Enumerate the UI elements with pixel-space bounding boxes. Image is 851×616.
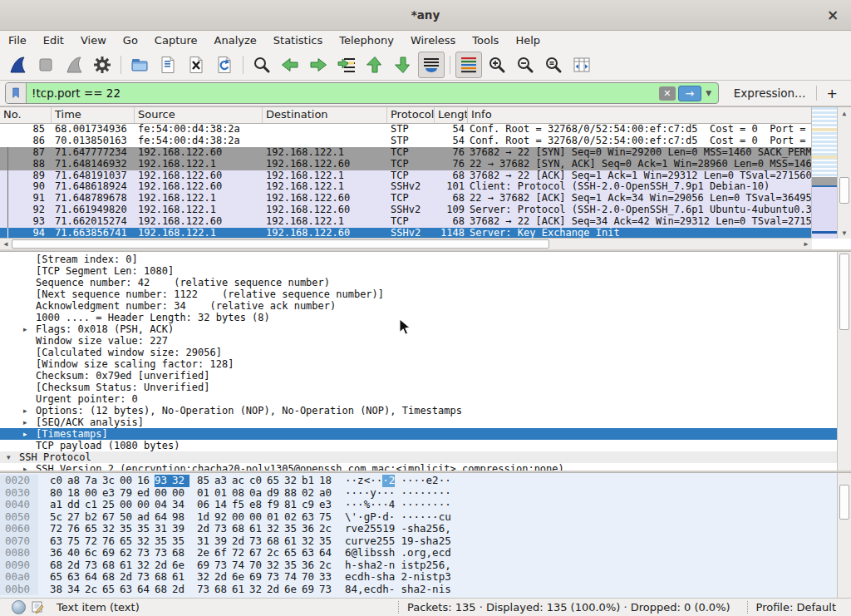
- detail-line[interactable]: Checksum: 0x79ed [unverified]: [0, 370, 838, 382]
- hex-row[interactable]: 0070637572766532353531392d7368613235curv…: [0, 535, 838, 548]
- hex-row[interactable]: 00b038342c656364682d736861322d6e697384,e…: [0, 584, 838, 596]
- column-header-proto[interactable]: Protocol: [387, 107, 435, 123]
- colorize-packets-button[interactable]: [455, 52, 482, 78]
- packet-row[interactable]: 9071.648618924192.168.122.60192.168.122.…: [0, 181, 812, 193]
- packet-list-minimap[interactable]: [811, 107, 838, 239]
- menu-statistics[interactable]: Statistics: [265, 32, 331, 48]
- zoom-original-button[interactable]: [540, 52, 567, 78]
- detail-line[interactable]: TCP payload (1080 bytes): [0, 440, 838, 451]
- zoom-out-button[interactable]: [512, 52, 539, 78]
- detail-line[interactable]: [Stream index: 0]: [0, 254, 838, 265]
- expander-expanded-icon[interactable]: ▾: [7, 451, 19, 463]
- detail-line[interactable]: [Calculated window size: 29056]: [0, 347, 838, 358]
- hex-row[interactable]: 008036406c69627373682e6f72672c6563646@li…: [0, 547, 838, 559]
- menu-wireless[interactable]: Wireless: [402, 32, 464, 48]
- expander-collapsed-icon[interactable]: ▸: [23, 428, 36, 440]
- stop-capture-button[interactable]: [32, 52, 59, 78]
- detail-line[interactable]: ▸SSH Version 2 (encryption:chacha20-poly…: [0, 463, 838, 471]
- detail-line[interactable]: ▸Options: (12 bytes), No-Operation (NOP)…: [0, 405, 838, 416]
- packet-list-vscroll-thumb[interactable]: [839, 177, 849, 204]
- detail-line[interactable]: [Next sequence number: 1122 (relative se…: [0, 288, 838, 300]
- column-header-src[interactable]: Source: [135, 107, 263, 123]
- zoom-in-button[interactable]: [484, 52, 510, 78]
- menu-telephony[interactable]: Telephony: [331, 32, 402, 48]
- menu-file[interactable]: File: [0, 32, 35, 48]
- packet-list-vscrollbar[interactable]: ▲ ▼: [837, 107, 851, 239]
- detail-line[interactable]: ▸Flags: 0x018 (PSH, ACK): [0, 323, 838, 335]
- packet-row[interactable]: 9371.662015274192.168.122.60192.168.122.…: [0, 216, 812, 228]
- filter-apply-button[interactable]: →: [678, 86, 701, 101]
- packet-row[interactable]: 8670.013850163fe:54:00:d4:38:2aSTP54Conf…: [0, 136, 812, 147]
- filter-bookmark-button[interactable]: [6, 83, 27, 103]
- detail-line[interactable]: 1000 .... = Header Length: 32 bytes (8): [0, 312, 838, 323]
- open-capture-file-button[interactable]: [126, 52, 153, 78]
- menu-help[interactable]: Help: [507, 32, 548, 48]
- detail-line[interactable]: Acknowledgment number: 34 (relative ack …: [0, 300, 838, 312]
- packet-row[interactable]: 9171.648789678192.168.122.1192.168.122.6…: [0, 193, 812, 205]
- capture-options-button[interactable]: [89, 52, 116, 78]
- packet-list-hscrollbar[interactable]: ◀ ▶: [0, 238, 812, 249]
- reload-capture-file-button[interactable]: [211, 52, 238, 78]
- detail-line[interactable]: ▾SSH Protocol: [0, 451, 838, 463]
- packet-list-hscroll-thumb[interactable]: [12, 239, 549, 249]
- packet-row[interactable]: 8568.001734936fe:54:00:d4:38:2aSTP54Conf…: [0, 124, 812, 136]
- display-filter-input[interactable]: !tcp.port == 22: [27, 86, 659, 100]
- hex-row[interactable]: 0030801800e379ed00000101080ad98802a0····…: [0, 487, 838, 500]
- status-profile[interactable]: Profile: Default: [747, 601, 844, 614]
- go-last-packet-button[interactable]: [390, 52, 416, 78]
- hex-row[interactable]: 0090682d736861322d6e697374703235362ch-sh…: [0, 559, 838, 572]
- detail-line[interactable]: ▸[Timestamps]: [0, 428, 838, 440]
- filter-dropdown-button[interactable]: ▼: [703, 86, 715, 101]
- capture-comment-icon[interactable]: [31, 600, 45, 614]
- detail-line[interactable]: [Window size scaling factor: 128]: [0, 358, 838, 370]
- detail-line[interactable]: Window size value: 227: [0, 335, 838, 347]
- expert-info-icon[interactable]: [12, 600, 26, 614]
- scroll-down-icon[interactable]: ▼: [838, 227, 851, 239]
- column-header-time[interactable]: Time: [52, 107, 135, 123]
- scroll-up-icon[interactable]: ▲: [838, 107, 851, 119]
- packet-row[interactable]: 8871.648146932192.168.122.1192.168.122.6…: [0, 159, 812, 170]
- go-to-packet-button[interactable]: [333, 52, 360, 78]
- hex-row[interactable]: 00505c27b26750ad64981d92000001026375\'·g…: [0, 511, 838, 524]
- expander-collapsed-icon[interactable]: ▸: [23, 463, 36, 471]
- column-header-dst[interactable]: Destination: [263, 107, 387, 123]
- details-vscrollbar[interactable]: [837, 252, 851, 471]
- detail-line[interactable]: ▸[SEQ/ACK analysis]: [0, 416, 838, 428]
- menu-edit[interactable]: Edit: [35, 32, 72, 48]
- packet-row[interactable]: 9271.661949820192.168.122.1192.168.122.6…: [0, 205, 812, 216]
- packet-row[interactable]: 8771.647777234192.168.122.60192.168.122.…: [0, 147, 812, 159]
- save-capture-file-button[interactable]: [155, 52, 181, 78]
- display-filter-field[interactable]: !tcp.port == 22 ✕ → ▼: [5, 82, 719, 104]
- filter-clear-button[interactable]: ✕: [659, 86, 676, 101]
- menu-capture[interactable]: Capture: [146, 32, 206, 48]
- start-capture-button[interactable]: [4, 52, 31, 78]
- auto-scroll-button[interactable]: [418, 52, 445, 78]
- scroll-right-icon[interactable]: ▶: [800, 239, 812, 249]
- detail-line[interactable]: [TCP Segment Len: 1080]: [0, 265, 838, 277]
- column-header-info[interactable]: Info: [468, 107, 812, 123]
- go-back-button[interactable]: [277, 52, 303, 78]
- menu-go[interactable]: Go: [115, 32, 146, 48]
- find-packet-button[interactable]: [248, 52, 275, 78]
- packet-row[interactable]: 8971.648191037192.168.122.60192.168.122.…: [0, 170, 812, 182]
- bytes-vscroll-thumb[interactable]: [839, 485, 849, 520]
- column-header-len[interactable]: Length: [435, 107, 468, 123]
- menu-analyze[interactable]: Analyze: [206, 32, 265, 48]
- detail-line[interactable]: [Checksum Status: Unverified]: [0, 382, 838, 393]
- hex-row[interactable]: 006072766532353531392d7368613235362crve2…: [0, 523, 838, 535]
- resize-columns-button[interactable]: [568, 52, 595, 78]
- restart-capture-button[interactable]: [61, 52, 87, 78]
- detail-line[interactable]: Urgent pointer: 0: [0, 393, 838, 405]
- scroll-left-icon[interactable]: ◀: [0, 239, 12, 249]
- close-capture-file-button[interactable]: [183, 52, 209, 78]
- go-forward-button[interactable]: [305, 52, 332, 78]
- expander-collapsed-icon[interactable]: ▸: [23, 323, 36, 335]
- column-header-no[interactable]: No.: [0, 107, 52, 123]
- add-filter-button[interactable]: +: [820, 86, 846, 101]
- expander-collapsed-icon[interactable]: ▸: [23, 416, 36, 428]
- expander-collapsed-icon[interactable]: ▸: [23, 405, 36, 416]
- hex-row[interactable]: 00a0656364682d736861322d6e6973747033ecdh…: [0, 571, 838, 584]
- detail-line[interactable]: Sequence number: 42 (relative sequence n…: [0, 277, 838, 288]
- expression-button[interactable]: Expression…: [727, 86, 813, 100]
- close-button[interactable]: ×: [823, 5, 843, 25]
